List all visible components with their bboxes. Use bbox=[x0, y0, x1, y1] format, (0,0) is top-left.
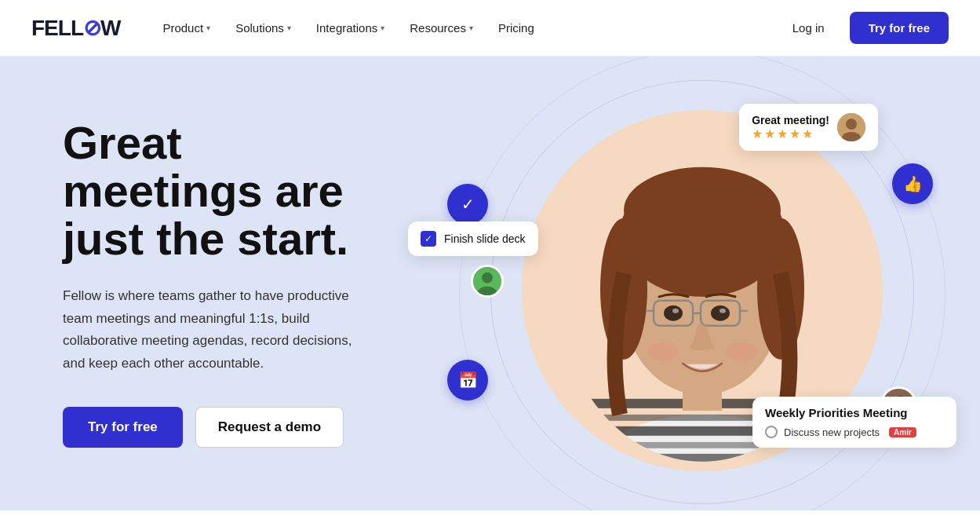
slide-deck-label: Finish slide deck bbox=[444, 232, 526, 245]
login-button[interactable]: Log in bbox=[780, 15, 837, 41]
hero-buttons: Try for free Request a demo bbox=[63, 407, 377, 448]
nav-label-resources: Resources bbox=[410, 21, 466, 35]
check-icon: ✓ bbox=[461, 195, 475, 214]
svg-point-19 bbox=[711, 306, 730, 321]
nav-label-pricing: Pricing bbox=[498, 21, 534, 35]
header-actions: Log in Try for free bbox=[780, 12, 949, 44]
chevron-down-icon: ▾ bbox=[381, 24, 384, 32]
avatar-great-meeting bbox=[837, 113, 865, 141]
weekly-priorities-item: Discuss new projects Amir bbox=[765, 426, 944, 438]
checkmark-icon: ✓ bbox=[424, 233, 432, 244]
svg-point-20 bbox=[672, 309, 679, 313]
nav-label-integrations: Integrations bbox=[316, 21, 377, 35]
logo[interactable]: FELL⊘W bbox=[31, 15, 120, 41]
circle-check-button: ✓ bbox=[447, 184, 488, 225]
star-rating: ★★★★★ bbox=[752, 126, 829, 141]
weekly-priorities-title: Weekly Priorities Meeting bbox=[765, 406, 944, 419]
svg-point-18 bbox=[664, 306, 683, 321]
request-demo-button[interactable]: Request a demo bbox=[195, 407, 344, 448]
nav-item-pricing[interactable]: Pricing bbox=[487, 15, 545, 41]
hero-section: Great meetings are just the start. Fello… bbox=[0, 57, 980, 511]
svg-point-21 bbox=[720, 309, 726, 313]
nav-label-product: Product bbox=[162, 21, 203, 35]
great-meeting-card: Great meeting! ★★★★★ bbox=[739, 104, 878, 151]
nav-item-integrations[interactable]: Integrations ▾ bbox=[305, 15, 395, 41]
chevron-down-icon: ▾ bbox=[206, 24, 210, 32]
nav-label-solutions: Solutions bbox=[235, 21, 284, 35]
green-avatar bbox=[471, 265, 504, 298]
thumbs-up-icon: 👍 bbox=[903, 174, 923, 193]
hero-subtext: Fellow is where teams gather to have pro… bbox=[63, 285, 377, 376]
great-meeting-title: Great meeting! bbox=[752, 114, 829, 126]
chevron-down-icon: ▾ bbox=[469, 24, 473, 32]
svg-point-28 bbox=[482, 273, 493, 284]
chevron-down-icon: ▾ bbox=[287, 24, 291, 32]
nav-item-product[interactable]: Product ▾ bbox=[151, 15, 221, 41]
thumbs-up-button: 👍 bbox=[892, 163, 933, 204]
calendar-button: 📅 bbox=[447, 360, 488, 401]
hero-left: Great meetings are just the start. Fello… bbox=[0, 57, 424, 511]
slide-deck-card: ✓ Finish slide deck bbox=[408, 221, 538, 256]
nav-item-solutions[interactable]: Solutions ▾ bbox=[224, 15, 302, 41]
hero-right: ✓ Great meeting! ★★★★★ 👍 bbox=[424, 57, 980, 511]
main-nav: Product ▾ Solutions ▾ Integrations ▾ Res… bbox=[151, 15, 779, 41]
hero-heading: Great meetings are just the start. bbox=[63, 119, 377, 263]
header: FELL⊘W Product ▾ Solutions ▾ Integration… bbox=[0, 0, 980, 57]
nav-item-resources[interactable]: Resources ▾ bbox=[399, 15, 484, 41]
weekly-priorities-card: Weekly Priorities Meeting Discuss new pr… bbox=[752, 397, 956, 448]
calendar-icon: 📅 bbox=[458, 371, 478, 390]
amir-badge: Amir bbox=[889, 427, 916, 437]
svg-point-23 bbox=[726, 342, 757, 361]
try-free-button-hero[interactable]: Try for free bbox=[63, 407, 183, 448]
radio-button-icon bbox=[765, 426, 778, 438]
svg-point-12 bbox=[624, 167, 781, 254]
svg-point-25 bbox=[846, 119, 857, 130]
svg-point-22 bbox=[647, 342, 679, 361]
bottom-strip: Rated #1 meeting management software on … bbox=[0, 511, 980, 516]
weekly-item-text: Discuss new projects bbox=[784, 426, 880, 438]
try-free-button-header[interactable]: Try for free bbox=[850, 12, 949, 44]
card-content: Great meeting! ★★★★★ bbox=[752, 114, 829, 141]
